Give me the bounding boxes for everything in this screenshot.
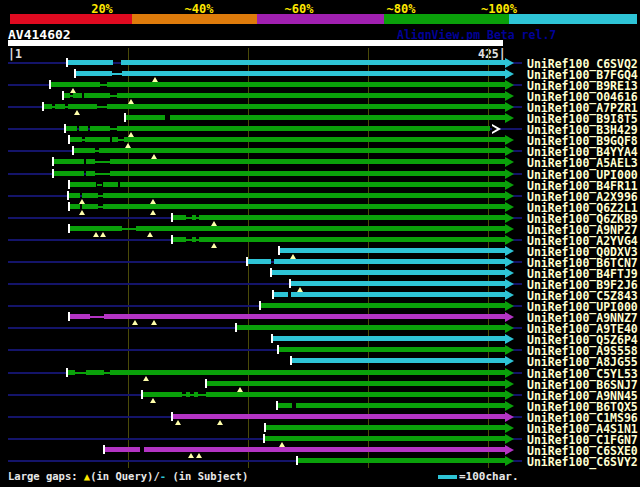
alignment-segment	[296, 403, 505, 408]
alignment-segment	[291, 281, 505, 286]
alignment-end-arrow-icon	[505, 146, 514, 156]
alignment-segment	[70, 137, 82, 142]
alignment-end-arrow-icon	[505, 102, 514, 112]
query-gap-triangle-icon	[196, 453, 202, 458]
subject-gap-line	[100, 84, 107, 86]
alignment-segment	[279, 347, 505, 352]
alignment-start-tick	[72, 146, 74, 155]
alignment-segment	[73, 93, 82, 98]
query-gap-triangle-icon	[211, 243, 217, 248]
alignment-start-tick	[246, 257, 248, 266]
alignment-start-tick	[64, 124, 66, 133]
alignment-end-arrow-icon	[505, 323, 514, 333]
subject-gap-line	[90, 316, 104, 318]
alignment-end-arrow-icon	[505, 213, 514, 223]
subject-gap-line	[122, 228, 136, 230]
query-gap-triangle-icon	[175, 420, 181, 425]
identity-scale-segment	[10, 14, 132, 24]
gap-legend: Large gaps: ▲(in Query)/- (in Subject)	[8, 470, 248, 482]
alignment-start-tick	[141, 390, 143, 399]
alignment-segment	[291, 292, 505, 297]
alignment-end-arrow-icon	[505, 91, 514, 101]
alignment-segment	[55, 104, 65, 109]
alignment-end-arrow-icon	[505, 191, 514, 201]
alignment-end-arrow-icon	[505, 379, 514, 389]
alignment-segment	[54, 159, 84, 164]
scale-ruler-icon	[438, 475, 457, 479]
alignment-end-arrow-icon	[505, 345, 514, 355]
alignment-segment	[126, 115, 165, 120]
alignment-segment	[298, 458, 505, 463]
alignment-segment	[103, 193, 505, 198]
alignment-end-arrow-icon	[505, 202, 514, 212]
alignment-segment	[68, 60, 113, 65]
alignment-segment	[266, 425, 505, 430]
axis-start-label: |1	[8, 47, 22, 61]
alignment-start-tick	[66, 368, 68, 377]
alignment-segment	[237, 325, 505, 330]
alignment-start-tick	[49, 80, 51, 89]
alignment-segment	[103, 182, 118, 187]
alignment-start-tick	[259, 301, 261, 310]
alignment-end-arrow-icon	[505, 224, 514, 234]
alignment-segment	[85, 137, 110, 142]
subject-gap-line	[110, 95, 117, 97]
query-gap-triangle-icon	[151, 320, 157, 325]
gap-legend-prefix: Large gaps:	[8, 470, 84, 482]
alignment-end-arrow-icon	[505, 312, 514, 322]
alignment-end-arrow-icon	[505, 334, 514, 344]
alignment-start-tick	[263, 434, 265, 443]
alignment-segment	[103, 204, 505, 209]
alignment-start-tick	[68, 202, 70, 211]
query-gap-triangle-icon	[150, 210, 156, 215]
alignment-segment	[292, 358, 505, 363]
alignment-end-arrow-icon	[505, 434, 514, 444]
alignment-segment	[274, 259, 505, 264]
alignment-start-tick	[276, 401, 278, 410]
alignment-segment	[172, 237, 186, 242]
subject-gap-line	[112, 73, 122, 75]
alignment-end-arrow-icon	[505, 445, 514, 455]
alignment-start-tick	[270, 268, 272, 277]
alignview-screen: 20%~40%~60%~80%~100% AV414602 AlignView.…	[0, 0, 640, 487]
subject-gap-line	[97, 184, 102, 186]
hit-label[interactable]: UniRef100_C6SVY2	[527, 455, 638, 469]
alignment-start-tick	[68, 312, 70, 321]
identity-scale-segment	[509, 14, 637, 24]
subject-gap-line	[75, 372, 86, 374]
alignment-segment	[186, 392, 190, 397]
alignment-segment	[54, 171, 84, 176]
alignment-start-tick	[171, 213, 173, 222]
subject-gap-line	[95, 161, 110, 163]
gap-legend-mid: (in Query)/	[90, 470, 160, 482]
alignment-segment	[199, 237, 505, 242]
alignment-segment	[70, 314, 90, 319]
alignment-segment	[86, 171, 95, 176]
alignment-segment	[70, 204, 80, 209]
gridline	[248, 48, 249, 468]
alignment-segment	[265, 436, 505, 441]
alignment-segment	[69, 193, 80, 198]
alignment-end-arrow-icon	[505, 368, 514, 378]
alignment-segment	[172, 215, 186, 220]
alignment-end-arrow-icon	[505, 390, 514, 400]
alignment-start-tick	[74, 69, 76, 78]
alignment-segment	[79, 126, 88, 131]
gridline	[128, 48, 129, 468]
alignment-segment	[110, 370, 505, 375]
alignment-start-tick	[52, 157, 54, 166]
query-gap-triangle-icon	[147, 232, 153, 237]
alignment-end-arrow-icon	[505, 113, 514, 123]
alignment-end-arrow-icon	[505, 423, 514, 433]
alignment-segment	[199, 215, 505, 220]
identity-percent-label: 20%	[91, 2, 113, 16]
alignment-end-arrow-icon	[505, 356, 514, 366]
alignment-start-tick	[67, 191, 69, 200]
gap-legend-suffix: (in Subject)	[166, 470, 248, 482]
alignment-end-arrow-icon	[505, 268, 514, 278]
alignment-end-arrow-icon	[505, 180, 514, 190]
alignment-segment	[105, 447, 140, 452]
alignment-segment	[170, 115, 505, 120]
alignment-segment	[194, 392, 198, 397]
alignment-start-tick	[68, 135, 70, 144]
